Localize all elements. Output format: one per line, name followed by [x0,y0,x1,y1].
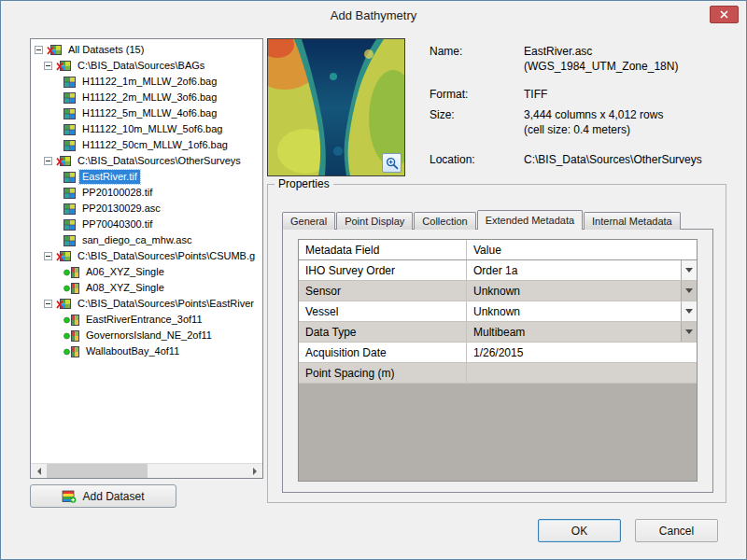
dataset-tree: All Datasets (15)C:\BIS_Data\Sources\BAG… [31,39,262,462]
close-button[interactable] [710,6,739,23]
tree-expander[interactable] [44,62,52,70]
dataset-tree-panel: All Datasets (15)C:\BIS_Data\Sources\BAG… [30,38,263,479]
scroll-right-arrow-icon [253,468,257,475]
cell-size-value: (cell size: 0.4 meters) [524,122,730,137]
metadata-row: VesselUnknown [299,301,697,322]
tree-item[interactable]: A06_XYZ_Single [31,264,262,280]
point-icon [63,283,79,294]
scrollbar-thumb[interactable] [47,464,148,478]
tree-item-label: H11122_2m_MLLW_3of6.bag [79,91,219,105]
tree-item-label: H11122_1m_MLLW_2of6.bag [79,75,219,89]
raster-icon [63,92,76,104]
tree-expander[interactable] [35,46,43,54]
metadata-value-text: 1/26/2015 [473,346,523,359]
tree-item[interactable]: C:\BIS_Data\Sources\BAGs [31,58,262,74]
tree-item[interactable]: GovernorsIsland_NE_2of11 [31,328,262,343]
tree-item[interactable]: EastRiver.tif [31,169,262,185]
dataset-info: Name: EastRiver.asc (WGS_1984_UTM_Zone_1… [430,44,730,167]
dialog-body: All Datasets (15)C:\BIS_Data\Sources\BAG… [1,29,746,559]
tree-item[interactable]: WallaboutBay_4of11 [31,343,262,359]
tree-expander[interactable] [44,300,52,308]
metadata-value-dropdown[interactable]: Order 1a [467,260,697,280]
scroll-left-arrow-icon [37,468,41,475]
tree-item-label: H11122_5m_MLLW_4of6.bag [79,106,219,120]
tree-item-label: C:\BIS_Data\Sources\Points\CSUMB.g [75,249,258,263]
dropdown-arrow-icon[interactable] [681,301,697,321]
projection-value: (WGS_1984_UTM_Zone_18N) [524,59,730,74]
metadata-row: Acquisition Date1/26/2015 [299,343,697,363]
name-value: EastRiver.asc [524,44,730,59]
raster-icon [63,203,76,215]
metadata-value-dropdown[interactable]: Unknown [467,281,697,301]
tree-item[interactable]: EastRiverEntrance_3of11 [31,312,262,328]
add-dataset-button[interactable]: Add Dataset [30,484,176,508]
tree-item-label: H11122_10m_MLLW_5of6.bag [79,122,225,136]
tree-item[interactable]: san_diego_ca_mhw.asc [31,232,262,248]
size-label: Size: [430,107,524,122]
ok-button[interactable]: OK [538,519,621,542]
metadata-value-text: Unknown [473,305,520,318]
dropdown-arrow-icon[interactable] [681,322,697,342]
metadata-row: IHO Survey OrderOrder 1a [299,260,697,281]
metadata-value-text: Multibeam [473,326,525,339]
raster-icon [63,172,76,183]
tree-item-label: C:\BIS_Data\Sources\Points\EastRiver [75,297,257,311]
format-label: Format: [430,87,524,102]
tab-general[interactable]: General [282,212,335,230]
location-label: Location: [430,152,524,167]
metadata-value-cell[interactable]: 1/26/2015 [467,343,697,362]
titlebar[interactable]: Add Bathymetry [1,1,746,29]
tree-item[interactable]: PP70040300.tif [31,217,262,232]
point-icon [63,267,79,278]
metadata-field-cell: Acquisition Date [299,343,467,362]
metadata-value-text: Unknown [473,285,520,298]
properties-group: Properties GeneralPoint DisplayCollectio… [267,184,726,503]
raster-icon [63,77,76,88]
tree-item[interactable]: H11122_5m_MLLW_4of6.bag [31,105,262,121]
metadata-value-cell[interactable] [467,363,697,383]
add-bathymetry-dialog: Add Bathymetry All Datasets (15)C:\BIS_D… [0,0,747,560]
tab-collection[interactable]: Collection [414,212,475,230]
scrollbar-track[interactable] [148,464,247,478]
tree-item[interactable]: C:\BIS_Data\Sources\OtherSurveys [31,153,262,169]
tree-item-label: PP20130029.asc [79,202,163,216]
raster-icon [63,108,76,119]
close-icon [720,10,728,19]
point-icon [63,330,79,342]
metadata-value-dropdown[interactable]: Unknown [467,301,697,321]
metadata-row: Point Spacing (m) [299,363,697,384]
tab-extended-metadata[interactable]: Extended Metadata [477,210,583,230]
tree-item-label: A06_XYZ_Single [83,265,167,279]
point-icon [63,315,79,326]
metadata-field-cell: Data Type [299,322,467,342]
tab-point-display[interactable]: Point Display [336,212,413,230]
tree-item[interactable]: C:\BIS_Data\Sources\Points\CSUMB.g [31,248,262,264]
tree-item[interactable]: All Datasets (15) [31,42,262,58]
tree-item[interactable]: A08_XYZ_Single [31,280,262,296]
tab-internal-metadata[interactable]: Internal Metadata [584,212,681,230]
tree-item[interactable]: PP20130029.asc [31,201,262,217]
dropdown-arrow-icon[interactable] [681,260,697,280]
tree-item[interactable]: H11122_1m_MLLW_2of6.bag [31,74,262,90]
tree-item[interactable]: H11122_2m_MLLW_3of6.bag [31,90,262,105]
zoom-button[interactable] [382,153,402,173]
tree-item-label: EastRiverEntrance_3of11 [83,313,205,327]
scroll-left-button[interactable] [31,464,47,478]
tree-item[interactable]: H11122_10m_MLLW_5of6.bag [31,121,262,137]
scroll-right-button[interactable] [247,464,262,478]
add-dataset-label: Add Dataset [82,490,144,503]
tree-expander[interactable] [44,157,52,165]
tree-item[interactable]: C:\BIS_Data\Sources\Points\EastRiver [31,296,262,312]
tree-horizontal-scrollbar[interactable] [31,463,262,478]
cancel-button[interactable]: Cancel [635,519,718,542]
tree-item-label: H11122_50cm_MLLW_1of6.bag [79,138,231,152]
tree-item[interactable]: H11122_50cm_MLLW_1of6.bag [31,137,262,153]
extended-metadata-tabpage: Metadata FieldValueIHO Survey OrderOrder… [282,229,713,493]
tree-expander[interactable] [44,252,52,260]
column-header: Value [467,240,697,259]
tree-item[interactable]: PP20100028.tif [31,185,262,201]
metadata-grid: Metadata FieldValueIHO Survey OrderOrder… [298,239,698,482]
dialog-title: Add Bathymetry [331,8,417,22]
dropdown-arrow-icon[interactable] [681,281,697,301]
metadata-value-dropdown[interactable]: Multibeam [467,322,697,342]
